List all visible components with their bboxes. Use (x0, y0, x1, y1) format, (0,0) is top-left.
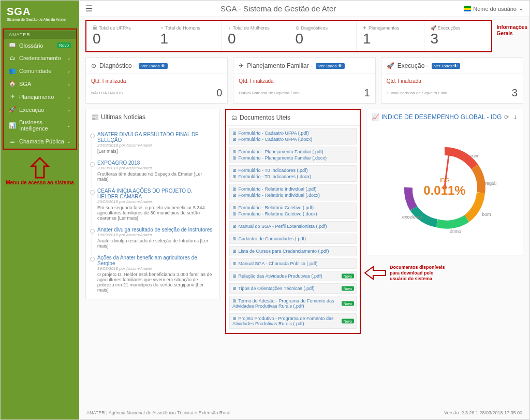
stat-execuções: 🚀 Execuções3 (424, 21, 492, 51)
news-item: Ações da Anater beneficiam agricultores … (86, 252, 219, 296)
stat-icon: ⊙ (296, 25, 300, 31)
news-title[interactable]: Ações da Anater beneficiam agricultores … (97, 255, 213, 266)
doc-link[interactable]: 🗎 Formulário - Cadastro UFPA (.pdf) (232, 130, 354, 136)
stat-icon: ♀ (228, 25, 231, 31)
chevron-down-icon: ⌄ (67, 68, 71, 74)
svg-text:ótimo: ótimo (450, 229, 461, 234)
news-desc: Anater divulga resultado de seleção de I… (97, 238, 213, 249)
menu-label: Credenciamento (19, 55, 61, 61)
footer-left: ANATER | Agência Nacional de Assistência… (86, 410, 230, 415)
sidebar-item-execução[interactable]: 🚀Execução⌄ (4, 103, 76, 116)
news-item: ANATER DIVULGA RESULTADO FINAL DE SELEÇÃ… (86, 128, 219, 157)
news-title[interactable]: CEARÁ INICIA AÇÕES DO PROJETO D. HELDER … (97, 188, 213, 199)
doc-group: 🗎 Formulário - Planejamento Familiar (.p… (229, 147, 357, 163)
doc-link[interactable]: 🗎 Formulário - T0 Indicadores (.pdf) (232, 167, 354, 173)
docs-header: Documentos Uteis (240, 114, 290, 121)
folder-icon: 🗂 (231, 114, 238, 121)
doc-link[interactable]: 🗎 Formulário - Cadastro UFPA (.docx) (232, 136, 354, 142)
stat-value: 0 (93, 31, 148, 47)
menu-icon: ✈ (9, 93, 16, 100)
logo-subtitle: Sistema de Gestão de Ater da Anater (7, 18, 73, 21)
doc-group: 🗎 Cadastro de Comunidades (.pdf) (229, 234, 357, 244)
doc-link[interactable]: 🗎 Tipos de Orientações Técnicas (.pdf) (232, 285, 354, 292)
gauge-value: 0.011% (423, 183, 465, 198)
doc-badge: Novo (342, 274, 354, 279)
doc-link[interactable]: 🗎 Formulário - Planejamento Familiar (.d… (232, 155, 354, 161)
doc-link[interactable]: 🗎 Manual do SGA - Perfil Extensionista (… (232, 223, 354, 229)
doc-link[interactable]: 🗎 Formulário - Relatório Individual (.do… (232, 192, 354, 198)
svg-text:ruim: ruim (470, 153, 480, 158)
doc-link[interactable]: 🗎 Lista de Cursos para Credenciamento (.… (232, 248, 354, 254)
news-meta: 23/03/2018 por Ascom/Anater (97, 143, 213, 148)
panel-sub: Qtd. Finalizada (91, 78, 222, 84)
stat-icon: ✈ (363, 25, 367, 31)
menu-label: Chamada Pública (19, 138, 64, 144)
news-icon: 📰 (91, 113, 99, 121)
refresh-icon[interactable]: ⟳ (504, 114, 509, 121)
chevron-down-icon: ⌄ (67, 81, 71, 86)
menu-icon: 📊 (9, 122, 16, 129)
menu-icon: 🏠 (9, 80, 16, 87)
menu-icon: 👥 (9, 67, 16, 74)
sidebar-item-chamada-pública[interactable]: ☰Chamada Pública⌄ (4, 135, 76, 148)
stat-label: ♀ Total de Mulheres (228, 25, 283, 31)
doc-link[interactable]: 🗎 Formulário - Relatório Coletivo (.pdf) (232, 205, 354, 211)
ver-todos-exec[interactable]: Ver Todos 👁 (432, 63, 461, 69)
sidebar-item-planejamento[interactable]: ✈Planejamento⌄ (4, 90, 76, 103)
stat-icon: 🏛 (93, 25, 97, 31)
ver-todos-diag[interactable]: Ver Todos 👁 (139, 63, 168, 69)
doc-badge: Novo (342, 301, 354, 306)
panel-docs: 🗂 Documentos Uteis 🗎 Formulário - Cadast… (225, 109, 361, 334)
news-title[interactable]: Anater divulga resultado de seleção de i… (97, 227, 213, 233)
news-title[interactable]: EXPOAGRO 2018 (97, 160, 213, 166)
doc-link[interactable]: 🗎 Formulário - T0 Indicadores (.docx) (232, 173, 354, 180)
sidebar-item-sga[interactable]: 🏠SGA⌄ (4, 77, 76, 90)
row-value: 0 (216, 87, 222, 99)
sidebar-item-business-intelligence[interactable]: 📊Business Intelligence⌄ (4, 116, 76, 135)
doc-link[interactable]: 🗎 Formulário - Relatório Coletivo (.docx… (232, 211, 354, 217)
doc-badge: Novo (342, 319, 354, 324)
flag-icon (464, 6, 471, 11)
sidebar-item-credenciamento[interactable]: 🗂Credenciamento⌄ (4, 52, 76, 64)
download-icon[interactable]: ⤓ (513, 114, 518, 121)
stat-total-de-mulheres: ♀ Total de Mulheres0 (222, 21, 289, 51)
doc-badge: Novo (342, 286, 354, 291)
menu-icon: 📖 (9, 42, 16, 49)
stat-label: ✈ Planejamentos (363, 25, 418, 31)
arrow-left-icon (364, 266, 387, 280)
hamburger-icon[interactable]: ☰ (85, 4, 93, 13)
panel-execucao: 🚀 Execução - Ver Todos 👁 Qtd. Finalizada… (381, 57, 523, 104)
arrow-up-icon (30, 157, 50, 180)
lower-row: 📰 Ultimas Noticias ANATER DIVULGA RESULT… (79, 104, 529, 334)
sidebar-item-comunidade[interactable]: 👥Comunidade⌄ (4, 64, 76, 77)
stat-total-de-homens: ♂ Total de Homens1 (154, 21, 222, 51)
user-menu[interactable]: Nome do usuário ⌄ (464, 5, 523, 12)
svg-text:bom: bom (482, 212, 491, 217)
doc-group: 🗎 Formulário - Cadastro UFPA (.pdf)🗎 For… (229, 128, 357, 144)
stat-total-de-ufpas: 🏛 Total de UFPAs0 (86, 21, 154, 51)
stat-planejamentos: ✈ Planejamentos1 (357, 21, 424, 51)
doc-link[interactable]: 🗎 Relação das Atividades Produtivas (.pd… (232, 273, 354, 279)
row-name: Durval Barbosa de Siqueira Filho (239, 91, 299, 95)
ver-todos-plan[interactable]: Ver Todos 👁 (316, 63, 345, 69)
doc-link[interactable]: 🗎 Termo de Adesão - Programa de Fomento … (232, 298, 354, 309)
chevron-down-icon: ⌄ (519, 5, 523, 12)
doc-group: 🗎 Lista de Cursos para Credenciamento (.… (229, 246, 357, 256)
panel-title: Execução - (398, 62, 429, 69)
row-value: 3 (512, 87, 518, 99)
doc-group: 🗎 Termo de Adesão - Programa de Fomento … (229, 296, 357, 311)
news-title[interactable]: ANATER DIVULGA RESULTADO FINAL DE SELEÇÃ… (97, 132, 213, 143)
doc-link[interactable]: 🗎 Manual SGA - Chamada Pública (.pdf) (232, 260, 354, 267)
idg-gauge: ruim regular bom ótimo excelente IDG 0.0… (393, 136, 496, 239)
news-meta: 19/03/2018 por Ascom/Anater (97, 233, 213, 237)
docs-caption: Documentos disponíveis para download pel… (390, 265, 447, 281)
doc-link[interactable]: 🗎 Formulário - Planejamento Familiar (.p… (232, 149, 354, 155)
doc-link[interactable]: 🗎 Projeto Produtivo - Programa de Foment… (232, 315, 354, 327)
main: ☰ SGA - Sistema de Gestão de Ater Nome d… (79, 1, 529, 419)
doc-link[interactable]: 🗎 Formulário - Relatório Individual (.pd… (232, 186, 354, 192)
stats-row: 🏛 Total de UFPAs0♂ Total de Homens1♀ Tot… (85, 20, 492, 52)
panel-title: Planejamento Familiar - (247, 62, 313, 69)
sidebar-item-glossário[interactable]: 📖GlossárioNovo (4, 39, 76, 52)
news-item: Anater divulga resultado de seleção de i… (86, 224, 219, 252)
doc-link[interactable]: 🗎 Cadastro de Comunidades (.pdf) (232, 236, 354, 242)
